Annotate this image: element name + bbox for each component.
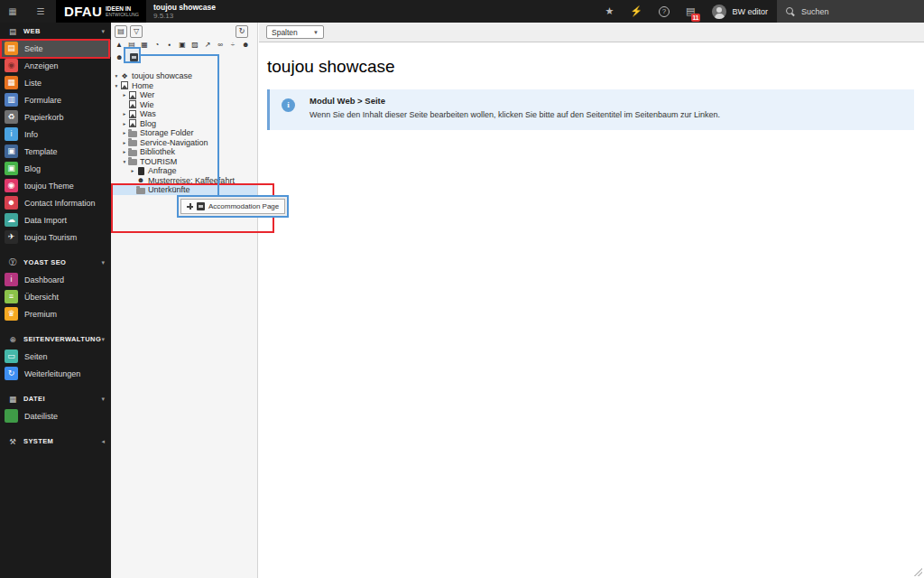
tree-collapse-icon[interactable]: ▾ bbox=[113, 73, 120, 79]
sidebar-item-formulare[interactable]: ▥Formulare bbox=[0, 91, 111, 108]
refresh-tree-button[interactable]: ↻ bbox=[236, 25, 248, 38]
divider-icon[interactable]: ÷ bbox=[229, 41, 236, 49]
folder-icon bbox=[136, 188, 145, 194]
tree-node-tourism[interactable]: ▾TOURISM bbox=[111, 157, 257, 167]
tree-node-musterreise-kaffeefahrt[interactable]: ☻Musterreise: Kaffeefahrt bbox=[111, 176, 257, 186]
sidebar-item-template[interactable]: ▣Template bbox=[0, 143, 111, 160]
link-icon[interactable]: ∞ bbox=[217, 41, 224, 49]
yoast-icon: ⓨ bbox=[7, 257, 18, 268]
sidebar-section-seitenverwaltung[interactable]: ⊕SEITENVERWALTUNG▾ bbox=[0, 331, 111, 348]
help-icon[interactable]: ? bbox=[659, 6, 670, 17]
shortcut-icon[interactable]: ▪ bbox=[166, 41, 173, 49]
plane-icon: ✈ bbox=[5, 230, 18, 244]
tree-expand-icon[interactable]: ▸ bbox=[121, 130, 128, 135]
sidebar-item-label: Liste bbox=[24, 79, 42, 88]
sidebar-section-label: WEB bbox=[23, 27, 101, 35]
accommodation-page-icon[interactable] bbox=[130, 53, 138, 61]
sidebar-section-web[interactable]: ▤WEB▾ bbox=[0, 23, 111, 40]
tree-expand-icon[interactable]: ▸ bbox=[121, 149, 128, 154]
document-icon: ▤ bbox=[7, 27, 18, 36]
sidebar-section-system[interactable]: ⚒SYSTEM◂ bbox=[0, 433, 111, 450]
site-title: toujou showcase bbox=[153, 4, 216, 12]
tree-expand-icon[interactable]: ▸ bbox=[121, 111, 128, 117]
sidebar-item-data-import[interactable]: ☁Data Import bbox=[0, 211, 111, 228]
sidebar-item-contact-information[interactable]: ☻Contact Information bbox=[0, 194, 111, 211]
tree-expand-icon[interactable]: ▸ bbox=[121, 92, 128, 98]
sidebar-item-anzeigen[interactable]: ◉Anzeigen bbox=[0, 57, 111, 74]
module-menu-toggle-icon[interactable]: ▦ bbox=[6, 5, 19, 18]
sidebar-item-seite[interactable]: ▤Seite bbox=[0, 40, 111, 57]
bookmark-star-icon[interactable]: ★ bbox=[605, 5, 614, 17]
sidebar-item-dashboard[interactable]: iDashboard bbox=[0, 271, 111, 288]
sidebar-item-label: Premium bbox=[24, 310, 57, 319]
sidebar-section-datei[interactable]: ▦DATEI▾ bbox=[0, 390, 111, 407]
user-menu[interactable]: BW editor bbox=[732, 7, 768, 16]
sidebar-item-toujou-tourism[interactable]: ✈toujou Tourism bbox=[0, 228, 111, 246]
tree-node-toujou-showcase[interactable]: ▾❖toujou showcase bbox=[111, 71, 257, 81]
tree-node-wer[interactable]: ▸Wer bbox=[111, 90, 257, 100]
trash-icon: ♻ bbox=[5, 110, 18, 124]
user-icon[interactable]: ☻ bbox=[116, 53, 123, 61]
logo-text: DFAU bbox=[64, 4, 102, 19]
view-mode-select[interactable]: Spalten ▼ bbox=[266, 25, 324, 39]
tree-node-unterkünfte[interactable]: Unterkünfte bbox=[111, 185, 257, 195]
new-page-button[interactable]: ▤ bbox=[115, 25, 127, 38]
sidebar-section-yoast-seo[interactable]: ⓨYOAST SEO▾ bbox=[0, 254, 111, 271]
folder-icon bbox=[128, 131, 137, 137]
sysinfo-badge: 11 bbox=[691, 14, 701, 22]
chevron-left-icon: ◂ bbox=[101, 438, 105, 445]
tree-node-label: Musterreise: Kaffeefahrt bbox=[148, 176, 235, 185]
tree-node-anfrage[interactable]: ▸Anfrage bbox=[111, 166, 257, 176]
user-avatar[interactable] bbox=[712, 5, 726, 19]
filter-button[interactable]: ▽ bbox=[130, 25, 143, 38]
tree-node-bibliothek[interactable]: ▸Bibliothek bbox=[111, 147, 257, 157]
folder-icon[interactable]: ▨ bbox=[191, 41, 199, 49]
sidebar-item-übersicht[interactable]: ≡Übersicht bbox=[0, 288, 111, 305]
cloud-upload-icon: ☁ bbox=[5, 213, 18, 227]
sidebar-item-dateiliste[interactable]: Dateiliste bbox=[0, 407, 111, 424]
chevron-down-icon: ▾ bbox=[101, 336, 105, 343]
blank-page-icon[interactable]: ▤ bbox=[128, 41, 135, 49]
tree-expand-icon[interactable]: ▸ bbox=[121, 140, 128, 145]
tree-node-blog[interactable]: ▸Blog bbox=[111, 119, 257, 129]
tree-node-storage-folder[interactable]: ▸Storage Folder bbox=[111, 128, 257, 138]
external-link-icon[interactable]: ↗ bbox=[204, 41, 211, 49]
sidebar-section-label: SEITENVERWALTUNG bbox=[23, 335, 101, 343]
usergroup-icon[interactable]: ☻ bbox=[242, 41, 249, 49]
sidebar-item-label: Papierkorb bbox=[24, 113, 64, 122]
tree-node-was[interactable]: ▸Was bbox=[111, 109, 257, 119]
typo3-version: 9.5.13 bbox=[153, 12, 216, 20]
tree-expand-icon[interactable]: ▸ bbox=[121, 121, 128, 126]
tree-node-home[interactable]: ▾Home bbox=[111, 81, 257, 91]
sidebar-item-label: Formulare bbox=[24, 96, 61, 105]
folder-icon bbox=[128, 140, 137, 146]
info-icon: i bbox=[5, 273, 18, 286]
sidebar-item-label: toujou Tourism bbox=[24, 233, 77, 242]
page-icon bbox=[129, 100, 136, 108]
list-toggle-icon[interactable]: ☰ bbox=[34, 5, 47, 18]
sidebar-item-weiterleitungen[interactable]: ↻Weiterleitungen bbox=[0, 365, 111, 382]
sidebar-item-seiten[interactable]: ▭Seiten bbox=[0, 348, 111, 365]
tree-expand-icon[interactable]: ▸ bbox=[129, 168, 136, 173]
sidebar-item-label: Weiterleitungen bbox=[24, 369, 80, 378]
clock-icon[interactable]: ◔ bbox=[153, 41, 161, 49]
sidebar-item-toujou-theme[interactable]: ◉toujou Theme bbox=[0, 177, 111, 194]
tree-collapse-icon[interactable]: ▾ bbox=[113, 83, 120, 89]
drag-plus-icon bbox=[187, 203, 193, 210]
sidebar-item-label: Dateiliste bbox=[24, 412, 58, 421]
sidebar-item-papierkorb[interactable]: ♻Papierkorb bbox=[0, 108, 111, 126]
system-information-icon[interactable]: ▤11 bbox=[686, 5, 695, 17]
mountpoint-icon[interactable]: ▣ bbox=[179, 41, 186, 49]
site-info: toujou showcase 9.5.13 bbox=[153, 4, 216, 20]
grid-icon[interactable]: ▦ bbox=[141, 41, 148, 49]
sidebar-item-info[interactable]: iInfo bbox=[0, 126, 111, 143]
clear-cache-bolt-icon[interactable]: ⚡ bbox=[630, 5, 642, 17]
sidebar-item-blog[interactable]: ▣Blog bbox=[0, 160, 111, 177]
sidebar-item-liste[interactable]: ▦Liste bbox=[0, 74, 111, 91]
tree-node-wie[interactable]: Wie bbox=[111, 100, 257, 110]
sidebar-item-premium[interactable]: ♛Premium bbox=[0, 305, 111, 322]
tree-node-service-navigation[interactable]: ▸Service-Navigation bbox=[111, 138, 257, 148]
search-button[interactable]: Suchen bbox=[777, 0, 924, 23]
tree-collapse-icon[interactable]: ▾ bbox=[121, 159, 128, 164]
mountain-page-icon[interactable]: ▲ bbox=[116, 41, 123, 49]
